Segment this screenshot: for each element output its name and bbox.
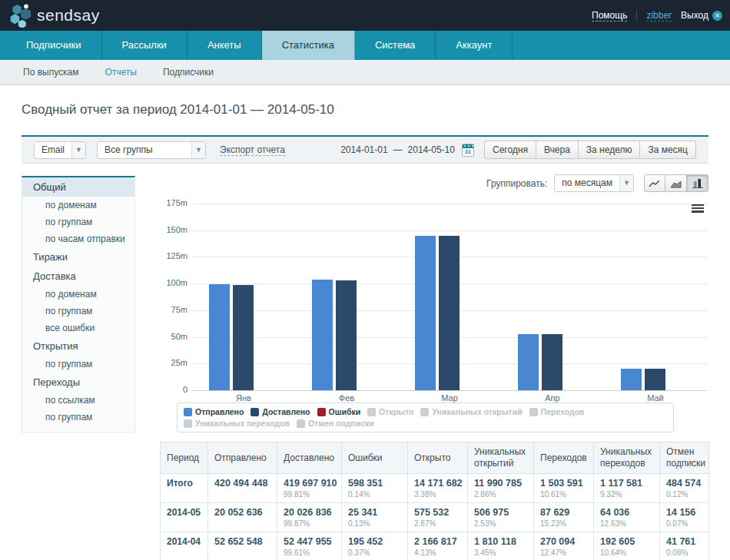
column-header: Период bbox=[161, 442, 208, 474]
sidebar-item-delivery-by-groups[interactable]: по группам bbox=[22, 303, 134, 320]
cell-value: 192 605 bbox=[600, 536, 653, 547]
sidebar-item-delivery-by-domains[interactable]: по доменам bbox=[22, 286, 134, 303]
calendar-icon[interactable]: 31 bbox=[462, 144, 474, 157]
sidebar-item-opens-by-groups[interactable]: по группам bbox=[22, 356, 134, 373]
legend-item[interactable]: Отмен подписки bbox=[297, 419, 374, 428]
cell-percent: 4.13% bbox=[414, 548, 461, 557]
legend-label: Открыто bbox=[379, 407, 413, 416]
column-header: Открыто bbox=[408, 442, 468, 474]
data-cell: 1 117 5819.32% bbox=[594, 474, 660, 503]
sidebar-item-clicks[interactable]: Переходы bbox=[22, 373, 134, 392]
sendsay-logo[interactable]: sendsay bbox=[8, 3, 100, 28]
sidebar-item-general-by-send-hours[interactable]: по часам отправки bbox=[22, 230, 134, 247]
gridline bbox=[192, 204, 707, 204]
quick-range-buttons: СегодняВчераЗа неделюЗа месяц bbox=[484, 141, 696, 159]
y-axis-label: 25m bbox=[160, 358, 187, 367]
cell-percent: 9.32% bbox=[600, 490, 653, 499]
cell-value: 575 532 bbox=[414, 507, 461, 518]
chart-bar bbox=[542, 334, 562, 390]
subnav: По выпускамОтчетыПодписчики bbox=[0, 60, 730, 85]
cell-value: 270 094 bbox=[540, 536, 587, 547]
cell-percent: 0.13% bbox=[348, 519, 401, 528]
legend-item[interactable]: Отправлено bbox=[184, 407, 244, 416]
legend-item[interactable]: Уникальных открытий bbox=[420, 407, 522, 416]
data-cell: 270 09412.47% bbox=[534, 532, 594, 560]
sidebar-item-delivery-all-errors[interactable]: все ошибки bbox=[22, 320, 134, 336]
cell-value: 41 761 bbox=[666, 536, 702, 547]
legend-item[interactable]: Доставлено bbox=[251, 407, 310, 416]
sidebar-item-circulations[interactable]: Тиражи bbox=[22, 247, 134, 267]
data-cell: 25 3410.13% bbox=[342, 503, 408, 532]
cell-percent: 15.23% bbox=[540, 519, 587, 528]
cell-percent: 2.87% bbox=[414, 519, 461, 528]
data-cell: 506 9752.53% bbox=[468, 503, 534, 532]
sidebar-item-delivery[interactable]: Доставка bbox=[22, 267, 134, 286]
group-select[interactable]: Все группы ▼ bbox=[97, 141, 206, 159]
chart-controls: Группировать: по месяцам ▼ bbox=[486, 174, 708, 192]
data-cell: 52 652 548 bbox=[208, 532, 277, 560]
cell-value: 1 503 591 bbox=[540, 478, 587, 489]
cell-value: 420 494 448 bbox=[214, 478, 270, 489]
tab-surveys[interactable]: Анкеты bbox=[187, 31, 262, 60]
data-cell: 195 4520.37% bbox=[342, 532, 408, 560]
user-link[interactable]: zibber bbox=[646, 10, 672, 22]
cell-value: 14 171 682 bbox=[414, 478, 461, 489]
groupby-select[interactable]: по месяцам ▼ bbox=[554, 174, 634, 192]
subnav-item-by-issues[interactable]: По выпускам bbox=[23, 60, 78, 84]
sidebar-item-general[interactable]: Общий bbox=[22, 177, 134, 197]
subnav-item-reports[interactable]: Отчеты bbox=[105, 60, 136, 84]
tab-account[interactable]: Аккаунт bbox=[436, 31, 513, 60]
tab-subscribers[interactable]: Подписчики bbox=[6, 31, 102, 60]
chart-menu-icon[interactable] bbox=[692, 204, 704, 214]
cell-value: 52 652 548 bbox=[214, 536, 270, 547]
topbar: sendsay Помощь zibber Выход ✕ bbox=[0, 0, 730, 31]
chart-type-line-button[interactable] bbox=[644, 174, 665, 192]
week-button[interactable]: За неделю bbox=[579, 141, 641, 159]
yesterday-button[interactable]: Вчера bbox=[536, 141, 579, 159]
help-link[interactable]: Помощь bbox=[592, 10, 627, 22]
export-report-link[interactable]: Экспорт отчета bbox=[220, 144, 285, 156]
column-header: Уникальных открытий bbox=[468, 442, 534, 474]
subnav-item-subscribers[interactable]: Подписчики bbox=[163, 60, 214, 84]
data-cell: 14 1560.07% bbox=[660, 503, 709, 532]
cell-percent: 10.64% bbox=[600, 548, 653, 557]
cell-percent: 0.08% bbox=[666, 548, 702, 557]
sidebar-item-general-by-groups[interactable]: по группам bbox=[22, 214, 134, 230]
cell-value: 87 629 bbox=[540, 507, 587, 518]
cell-value: 11 990 785 bbox=[474, 478, 527, 489]
chart-type-bar-button[interactable] bbox=[687, 174, 708, 192]
cell-value: 52 447 955 bbox=[284, 536, 335, 547]
legend-swatch-icon bbox=[184, 408, 192, 416]
table-row: 2014-0520 052 63620 026 83699.87%25 3410… bbox=[161, 503, 709, 532]
legend-item[interactable]: Ошибки bbox=[317, 407, 361, 416]
tab-system[interactable]: Система bbox=[355, 31, 436, 60]
tab-mailings[interactable]: Рассылки bbox=[102, 31, 187, 60]
date-to-field[interactable]: 2014-05-10 bbox=[408, 144, 455, 155]
date-from-field[interactable]: 2014-01-01 bbox=[340, 144, 387, 155]
y-axis-label: 75m bbox=[160, 305, 187, 314]
cell-value: 419 697 910 bbox=[284, 478, 335, 489]
group-select-value: Все группы bbox=[98, 142, 191, 158]
legend-item[interactable]: Уникальных переходов bbox=[184, 419, 290, 428]
tab-statistics[interactable]: Статистика bbox=[262, 31, 355, 60]
chart-bar bbox=[415, 236, 436, 390]
sidebar-item-clicks-by-groups[interactable]: по группам bbox=[22, 409, 134, 426]
data-cell: 52 447 95599.61% bbox=[277, 532, 342, 560]
legend-swatch-icon bbox=[529, 408, 538, 416]
period-cell: Итого bbox=[161, 474, 208, 503]
sidebar-item-general-by-domains[interactable]: по доменам bbox=[22, 197, 134, 214]
legend-item[interactable]: Открыто bbox=[367, 407, 413, 416]
chart-type-area-button[interactable] bbox=[665, 174, 687, 192]
month-button[interactable]: За месяц bbox=[640, 141, 696, 159]
legend-item[interactable]: Переходов bbox=[529, 407, 585, 416]
today-button[interactable]: Сегодня bbox=[484, 141, 536, 159]
data-cell: 20 026 83699.87% bbox=[277, 503, 342, 532]
chevron-down-icon: ▼ bbox=[71, 142, 85, 158]
logout-link[interactable]: Выход ✕ bbox=[681, 10, 722, 21]
channel-select[interactable]: Email ▼ bbox=[34, 141, 86, 159]
chart-bar bbox=[518, 334, 539, 390]
x-axis-label: Фев bbox=[316, 393, 377, 403]
logout-icon: ✕ bbox=[712, 11, 722, 21]
sidebar-item-clicks-by-links[interactable]: по ссылкам bbox=[22, 392, 134, 409]
sidebar-item-opens[interactable]: Открытия bbox=[22, 336, 134, 356]
